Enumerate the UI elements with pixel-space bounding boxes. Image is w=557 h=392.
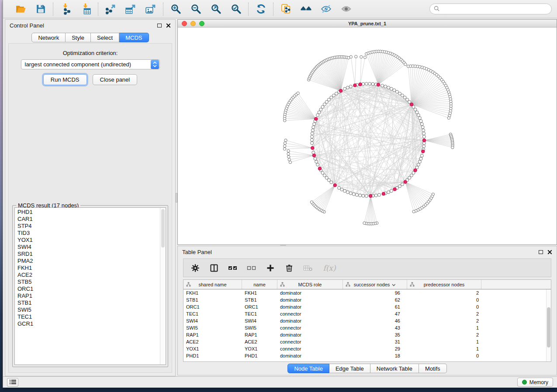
- task-history-button[interactable]: [7, 378, 18, 387]
- mcds-result-item[interactable]: TEC1: [17, 313, 160, 320]
- mcds-result-item[interactable]: STP4: [17, 223, 160, 230]
- table-cell: 18: [343, 353, 407, 358]
- table-panel: Table Panel f(x) shared namenameMCDS rol…: [177, 246, 557, 375]
- table-settings-icon[interactable]: [190, 263, 200, 273]
- table-tab-node-table[interactable]: Node Table: [287, 364, 329, 373]
- column-label: predecessor nodes: [424, 282, 465, 287]
- search-input[interactable]: [442, 6, 547, 12]
- table-row[interactable]: FKH1FKH1dominator962: [183, 289, 551, 296]
- table-cell: connector: [277, 311, 343, 316]
- table-cell: SWI5: [242, 325, 277, 330]
- table-row[interactable]: YOX1YOX1connector291: [183, 345, 551, 352]
- mcds-result-item[interactable]: PMA2: [17, 258, 160, 265]
- run-mcds-button[interactable]: Run MCDS: [43, 74, 87, 85]
- table-cell: 2: [407, 332, 481, 337]
- table-tab-edge-table[interactable]: Edge Table: [329, 364, 370, 373]
- mcds-result-items[interactable]: PHD1CAR1STP4TID3YOX1SWI4SRD1PMA2FKH1ACE2…: [15, 208, 160, 364]
- table-row[interactable]: ORC1ORC1dominator610: [183, 303, 551, 310]
- first-neighbors-icon[interactable]: [299, 3, 312, 16]
- table-cell: STB1: [183, 297, 242, 303]
- export-network-icon[interactable]: [104, 3, 117, 16]
- network-window-titlebar[interactable]: YPA_prune.txt_1: [178, 20, 557, 28]
- close-panel-button[interactable]: Close panel: [93, 74, 138, 85]
- mcds-result-item[interactable]: PHD1: [17, 209, 160, 216]
- zoom-fit-icon[interactable]: [209, 3, 222, 16]
- column-header-mcds-role[interactable]: MCDS role: [277, 280, 343, 289]
- table-row[interactable]: RAP1RAP1dominator352: [183, 331, 551, 338]
- table-cell: 1: [407, 325, 481, 330]
- table-cell: 2: [407, 311, 481, 316]
- export-image-icon[interactable]: [144, 3, 157, 16]
- table-tab-motifs[interactable]: Motifs: [419, 364, 447, 373]
- table-cell: FKH1: [183, 290, 242, 296]
- table-tab-network-table[interactable]: Network Table: [370, 364, 419, 373]
- sort-descending-icon: [392, 282, 396, 287]
- mcds-result-item[interactable]: ACE2: [17, 272, 160, 279]
- column-label: shared name: [198, 282, 226, 287]
- table-cell: TEC1: [242, 311, 277, 316]
- table-row[interactable]: STB1STB1dominator620: [183, 296, 551, 303]
- mcds-result-item[interactable]: TID3: [17, 230, 160, 237]
- table-cell: connector: [277, 339, 343, 344]
- control-panel-tabstrip: NetworkStyleSelectMCDS: [31, 33, 149, 42]
- tab-network[interactable]: Network: [31, 33, 66, 42]
- table-row[interactable]: PHD1PHD1dominator180: [183, 352, 551, 359]
- mcds-result-item[interactable]: ORC1: [17, 285, 160, 292]
- search-box[interactable]: [429, 3, 552, 14]
- show-all-icon[interactable]: [339, 3, 353, 16]
- mcds-result-item[interactable]: SWI4: [17, 244, 160, 251]
- tab-mcds[interactable]: MCDS: [119, 33, 149, 42]
- new-network-from-selection-icon[interactable]: [279, 3, 292, 16]
- float-table-panel-icon[interactable]: [539, 250, 543, 254]
- table-cell: 61: [343, 304, 407, 309]
- mcds-result-item[interactable]: YOX1: [17, 237, 160, 244]
- zoom-in-icon[interactable]: [169, 3, 182, 16]
- open-file-icon[interactable]: [14, 3, 27, 16]
- mcds-result-item[interactable]: RAP1: [17, 292, 160, 299]
- column-header-predecessor-nodes[interactable]: predecessor nodes: [407, 280, 481, 289]
- column-header-shared-name[interactable]: shared name: [183, 280, 242, 289]
- select-all-rows-icon[interactable]: [228, 263, 238, 273]
- mcds-result-item[interactable]: SWI5: [17, 306, 160, 313]
- import-table-icon[interactable]: [79, 3, 92, 16]
- delete-column-icon[interactable]: [284, 263, 294, 273]
- column-header-successor-nodes[interactable]: successor nodes: [343, 280, 407, 289]
- column-header-name[interactable]: name: [242, 280, 277, 289]
- save-session-icon[interactable]: [34, 3, 47, 16]
- export-table-icon[interactable]: [124, 3, 137, 16]
- table-cell: ACE2: [183, 339, 242, 344]
- table-panel-header: Table Panel: [178, 246, 557, 258]
- tab-style[interactable]: Style: [66, 33, 91, 42]
- close-panel-icon[interactable]: [166, 23, 171, 28]
- network-svg[interactable]: [178, 28, 557, 244]
- mcds-result-item[interactable]: STB1: [17, 299, 160, 306]
- table-row[interactable]: TEC1TEC1connector472: [183, 310, 551, 317]
- hide-selected-icon[interactable]: [319, 3, 332, 16]
- mcds-result-item[interactable]: SRD1: [17, 251, 160, 258]
- mcds-result-item[interactable]: STB5: [17, 279, 160, 285]
- memory-button[interactable]: Memory: [517, 378, 553, 387]
- import-network-icon[interactable]: [59, 3, 72, 16]
- show-columns-icon[interactable]: [209, 263, 219, 273]
- deselect-all-rows-icon[interactable]: [247, 263, 256, 273]
- table-row[interactable]: SWI4SWI4dominator462: [183, 317, 551, 324]
- table-cell: ACE2: [242, 339, 277, 344]
- refresh-icon[interactable]: [254, 3, 267, 16]
- add-column-icon[interactable]: [266, 263, 275, 273]
- select-stepper-icon: [151, 60, 159, 69]
- table-cell: 0: [407, 304, 481, 309]
- table-row[interactable]: ACE2ACE2connector311: [183, 338, 551, 345]
- mcds-result-item[interactable]: GCR1: [17, 320, 160, 327]
- mcds-result-scrollbar[interactable]: [160, 208, 166, 364]
- mcds-result-item[interactable]: CAR1: [17, 216, 160, 223]
- criterion-select[interactable]: largest connected component (undirected): [21, 59, 160, 69]
- table-scrollbar[interactable]: [546, 289, 551, 361]
- float-panel-icon[interactable]: [157, 24, 162, 28]
- zoom-out-icon[interactable]: [189, 3, 202, 16]
- table-cell: dominator: [277, 318, 343, 323]
- tab-select[interactable]: Select: [91, 33, 119, 42]
- close-table-panel-icon[interactable]: [547, 250, 552, 254]
- mcds-result-item[interactable]: FKH1: [17, 265, 160, 272]
- table-row[interactable]: SWI5SWI5connector431: [183, 324, 551, 331]
- zoom-selected-icon[interactable]: [229, 3, 242, 16]
